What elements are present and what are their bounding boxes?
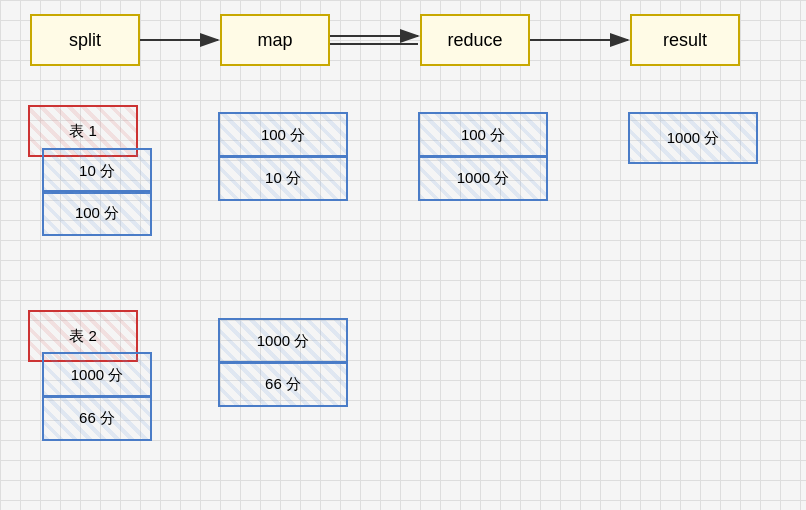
map-col1-row2-label: 10 分 [265, 169, 301, 188]
split-box: split [30, 14, 140, 66]
map-col2-row2: 66 分 [218, 361, 348, 407]
table1-row1-label: 10 分 [79, 162, 115, 181]
table2-row1-label: 1000 分 [71, 366, 124, 385]
table2-row2-label: 66 分 [79, 409, 115, 428]
table1-row2-label: 100 分 [75, 204, 119, 223]
reduce-label: reduce [447, 30, 502, 51]
map-col2-row1-label: 1000 分 [257, 332, 310, 351]
result-box: result [630, 14, 740, 66]
table1-row1: 10 分 [42, 148, 152, 194]
reduce-box: reduce [420, 14, 530, 66]
map-col2-row2-label: 66 分 [265, 375, 301, 394]
map-box: map [220, 14, 330, 66]
map-col1-row1: 100 分 [218, 112, 348, 158]
table1-row2: 100 分 [42, 190, 152, 236]
table2-row2: 66 分 [42, 395, 152, 441]
reduce-col1-row2-label: 1000 分 [457, 169, 510, 188]
result-label: result [663, 30, 707, 51]
map-col1-row1-label: 100 分 [261, 126, 305, 145]
map-col2-row1: 1000 分 [218, 318, 348, 364]
map-col1-row2: 10 分 [218, 155, 348, 201]
result-value-label: 1000 分 [667, 129, 720, 148]
reduce-col1-row1: 100 分 [418, 112, 548, 158]
reduce-col1-row1-label: 100 分 [461, 126, 505, 145]
table2-header-label: 表 2 [69, 327, 97, 346]
reduce-col1-row2: 1000 分 [418, 155, 548, 201]
table1-header-label: 表 1 [69, 122, 97, 141]
map-label: map [257, 30, 292, 51]
split-label: split [69, 30, 101, 51]
table2-row1: 1000 分 [42, 352, 152, 398]
result-value: 1000 分 [628, 112, 758, 164]
